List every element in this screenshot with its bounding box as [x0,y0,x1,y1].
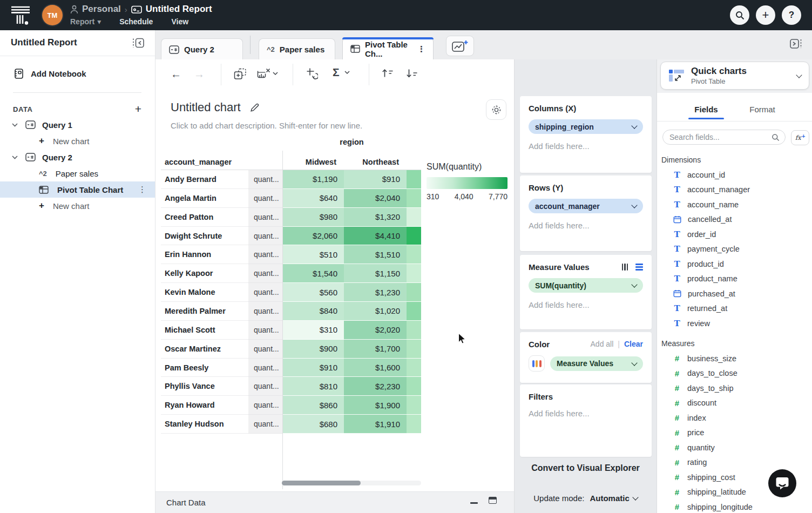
value-cell-midwest[interactable]: $680 [282,415,344,434]
menu-report[interactable]: Report▾ [70,17,101,26]
pill-measure-values[interactable]: Measure Values [550,356,643,371]
collapse-right-panel-icon[interactable] [789,38,803,50]
pivot-row[interactable]: Kelly Kapoorquant...$1,540$1,150 [161,264,421,283]
value-cell-midwest[interactable]: $640 [282,189,344,208]
row-label[interactable]: Andy Bernard [161,170,248,189]
collapse-sidebar-icon[interactable] [132,37,145,49]
tab-fields[interactable]: Fields [688,105,724,114]
value-cell-northeast[interactable]: $1,020 [344,302,407,321]
field-item-product_id[interactable]: Tproduct_id [661,256,808,272]
search-button[interactable] [730,5,749,25]
new-chart-tab-button[interactable] [446,36,474,56]
breadcrumb-workspace[interactable]: Personal [82,4,121,15]
add-notebook-button[interactable]: Add Notebook [13,68,86,79]
chevron-down-icon[interactable] [12,123,18,127]
color-palette-icon[interactable] [529,355,545,372]
pill-account-manager[interactable]: account_manager [529,199,643,213]
field-item-days_to_close[interactable]: #days_to_close [661,366,808,381]
value-cell-northeast[interactable]: $4,410 [344,227,407,246]
pivot-row[interactable]: Meredith Palmerquant...$840$1,020 [161,302,421,321]
value-cell-clipped[interactable] [407,170,421,189]
row-label[interactable]: Erin Hannon [161,245,248,264]
field-item-index[interactable]: #index [661,410,808,426]
row-label[interactable]: Stanley Hudson [161,415,248,434]
field-item-payment_cycle[interactable]: Tpayment_cycle [661,242,808,257]
row-label[interactable]: Meredith Palmer [161,302,248,321]
sidebar-item-new-chart-1[interactable]: + New chart [0,133,155,149]
swap-axes-button[interactable] [306,68,318,79]
value-cell-midwest[interactable]: $1,540 [282,264,344,283]
pill-shipping-region[interactable]: shipping_region [529,119,643,134]
field-item-account_id[interactable]: Taccount_id [661,167,808,183]
menu-schedule[interactable]: Schedule [119,17,153,26]
value-cell-clipped[interactable] [407,396,421,415]
scrollbar-thumb[interactable] [282,481,361,485]
value-cell-northeast[interactable]: $2,040 [344,189,407,208]
chart-title[interactable]: Untitled chart [171,100,241,114]
value-cell-midwest[interactable]: $900 [282,340,344,359]
value-cell-clipped[interactable] [407,302,421,321]
sidebar-item-query-1[interactable]: Query 1 [0,117,155,133]
field-item-order_id[interactable]: Torder_id [661,227,808,242]
search-fields-input[interactable] [668,132,772,142]
field-item-rating[interactable]: #rating [661,455,808,470]
app-logo-icon[interactable] [11,5,30,26]
sidebar-item-paper-sales[interactable]: ^2 Paper sales [0,165,155,181]
field-item-product_name[interactable]: Tproduct_name [661,272,808,287]
value-cell-midwest[interactable]: $2,060 [282,227,344,246]
row-label[interactable]: Dwight Schrute [161,227,248,246]
value-cell-midwest[interactable]: $1,190 [282,170,344,189]
chat-widget-button[interactable] [768,469,797,498]
add-formula-button[interactable]: fx+ [791,130,809,145]
field-item-review[interactable]: Treview [661,316,808,331]
value-cell-clipped[interactable] [407,359,421,377]
value-cell-midwest[interactable]: $860 [282,396,344,415]
value-cell-midwest[interactable]: $980 [282,208,344,227]
maximize-icon[interactable] [489,497,497,504]
value-cell-clipped[interactable] [407,245,421,264]
breadcrumb-report-title[interactable]: Untitled Report [146,4,212,15]
add-fields-dropzone[interactable]: Add fields here... [529,141,643,151]
delete-chart-button[interactable] [257,68,278,79]
avatar[interactable]: TM [42,5,63,25]
sidebar-item-pivot-table-chart[interactable]: Pivot Table Chart ⋮ [0,181,155,198]
row-label[interactable]: Phyllis Vance [161,377,248,396]
tab-format[interactable]: Format [745,105,780,114]
value-cell-northeast[interactable]: $1,320 [344,208,407,227]
tab-pivot-table-chart[interactable]: Pivot Table Ch... ⋮ [342,37,434,60]
help-button[interactable]: ? [782,5,801,25]
pivot-row[interactable]: Dwight Schrutequant...$2,060$4,410 [161,227,421,246]
column-layout-icon[interactable] [622,264,628,271]
pivot-row[interactable]: Kevin Malonequant...$560$1,230 [161,283,421,302]
value-cell-clipped[interactable] [407,283,421,302]
row-label[interactable]: Michael Scott [161,321,248,340]
pivot-row[interactable]: Andy Bernardquant...$1,190$910 [161,170,421,189]
duplicate-chart-button[interactable] [234,68,247,80]
add-button[interactable]: + [756,5,775,25]
row-label[interactable]: Oscar Martinez [161,340,248,359]
row-label[interactable]: Creed Patton [161,208,248,227]
pivot-row[interactable]: Angela Martinquant...$640$2,040 [161,189,421,208]
value-cell-clipped[interactable] [407,227,421,246]
value-cell-midwest[interactable]: $810 [282,377,344,396]
pivot-row[interactable]: Creed Pattonquant...$980$1,320 [161,208,421,227]
value-cell-clipped[interactable] [407,340,421,359]
row-label[interactable]: Ryan Howard [161,396,248,415]
tab-paper-sales[interactable]: ^2 Paper sales [259,38,335,60]
pivot-row[interactable]: Pam Beeslyquant...$910$1,600 [161,359,421,377]
pivot-row[interactable]: Oscar Martinezquant...$900$1,700 [161,340,421,359]
pivot-row[interactable]: Ryan Howardquant...$860$1,900 [161,396,421,415]
chart-data-bar[interactable]: Chart Data [155,491,514,513]
column-header-midwest[interactable]: Midwest [282,158,344,166]
quick-charts-selector[interactable]: Quick charts Pivot Table [660,62,809,90]
value-cell-northeast[interactable]: $1,900 [344,396,407,415]
sidebar-item-query-2[interactable]: Query 2 [0,149,155,165]
value-cell-northeast[interactable]: $910 [344,170,407,189]
sort-descending-button[interactable] [405,69,418,78]
value-cell-midwest[interactable]: $840 [282,302,344,321]
color-add-all-button[interactable]: Add all [591,340,614,348]
value-cell-northeast[interactable]: $1,700 [344,340,407,359]
row-label[interactable]: Kevin Malone [161,283,248,302]
field-item-account_name[interactable]: Taccount_name [661,197,808,212]
minimize-icon[interactable] [470,502,478,504]
